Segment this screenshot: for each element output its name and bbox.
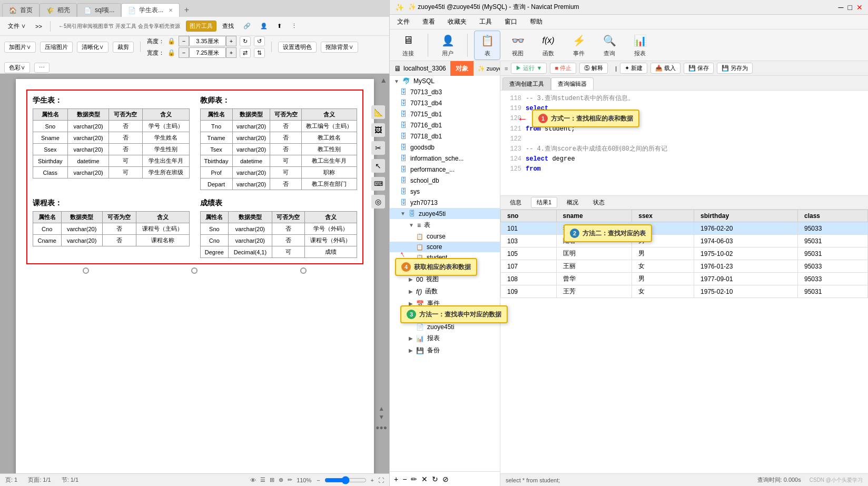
new-query-btn[interactable]: ✦ 新建 <box>620 63 647 74</box>
explain-btn[interactable]: ⑤ 解释 <box>579 63 608 74</box>
menu-help[interactable]: 帮助 <box>528 16 545 27</box>
tab-sql[interactable]: 📄 sql项... <box>77 3 121 17</box>
db-sys[interactable]: 🗄 sys <box>390 186 500 197</box>
height-minus-btn[interactable]: − <box>179 36 189 46</box>
stop-item-btn[interactable]: ⊘ <box>442 475 449 483</box>
db-70715_db1[interactable]: 🗄 70715_db1 <box>390 108 500 120</box>
table-icon[interactable]: ⊞ <box>270 477 274 483</box>
functions-group[interactable]: ▶ f() 函数 <box>390 285 500 297</box>
image-icon[interactable]: 🖼 <box>371 123 385 137</box>
more-icon-btn[interactable]: ⋮ <box>288 21 301 31</box>
query-tab-header[interactable]: ✨ zuoye45ti @zuoye45ti (My... <box>474 61 500 76</box>
set-transparent-btn[interactable]: 设置透明色 <box>278 42 317 53</box>
remove-bg-btn[interactable]: 抠除背景∨ <box>321 42 358 53</box>
minimize-btn[interactable]: ─ <box>839 3 844 12</box>
image-tool-btn[interactable]: 图片工具 <box>186 21 216 32</box>
tab-query-editor[interactable]: 查询编辑器 <box>551 77 594 90</box>
zoom-plus-btn[interactable]: + <box>371 477 374 483</box>
connection-item[interactable]: 🖥 localhost_3306 <box>390 61 450 76</box>
db-school_db[interactable]: 🗄 school_db <box>390 175 500 186</box>
db-goodsdb[interactable]: 🗄 goodsdb <box>390 142 500 153</box>
save-btn[interactable]: 💾 保存 <box>684 63 714 74</box>
result-tab-info[interactable]: 信息 <box>505 197 527 207</box>
db-performance[interactable]: 🗄 performance_... <box>390 164 500 175</box>
width-minus-btn[interactable]: − <box>179 47 189 58</box>
db-70716_db1[interactable]: 🗄 70716_db1 <box>390 120 500 131</box>
tool-user[interactable]: 👤 用户 <box>435 31 461 59</box>
menu-window[interactable]: 窗口 <box>502 16 519 27</box>
img-more-btn[interactable]: ⋯ <box>34 63 50 73</box>
upload-icon-btn[interactable]: ⬆ <box>273 21 285 31</box>
fullscreen-btn[interactable]: ⛶ <box>378 477 384 483</box>
edit-icon[interactable]: ✂ <box>371 141 385 155</box>
tab-student[interactable]: 📄 学生表... ✕ <box>121 3 180 17</box>
stop-btn[interactable]: ■ 停止 <box>550 63 576 74</box>
flip-v-btn[interactable]: ⇅ <box>254 48 265 58</box>
remove-item-btn[interactable]: − <box>402 475 407 483</box>
width-plus-btn[interactable]: + <box>226 47 236 58</box>
scroll-prev-btn[interactable]: ▲ <box>378 405 384 412</box>
tool-event[interactable]: ⚡ 事件 <box>566 31 592 59</box>
db-70713_db3[interactable]: 🗄 70713_db3 <box>390 86 500 97</box>
key-icon[interactable]: ⌨ <box>371 177 385 191</box>
color-btn[interactable]: 色彩∨ <box>4 62 30 73</box>
menu-view[interactable]: 查看 <box>420 16 437 27</box>
list-icon[interactable]: ☰ <box>260 477 265 483</box>
table-score[interactable]: 📋 score <box>390 242 500 252</box>
tables-group[interactable]: ▼ ≡ 表 <box>390 219 500 231</box>
height-plus-btn[interactable]: + <box>226 36 236 46</box>
height-input[interactable] <box>189 36 226 46</box>
tab-add-button[interactable]: + <box>180 3 193 17</box>
result-tab-overview[interactable]: 概况 <box>561 197 584 207</box>
zoom-slider[interactable] <box>324 476 367 484</box>
query-item-zuoye45ti[interactable]: 📄 zuoye45ti <box>390 322 500 332</box>
reports-group[interactable]: ▶ 📊 报表 <box>390 332 500 344</box>
menu-tools[interactable]: 工具 <box>477 16 494 27</box>
edit-item-btn[interactable]: ✏ <box>411 475 417 483</box>
tab-query-builder[interactable]: 查询创建工具 <box>502 77 551 90</box>
link-icon-btn[interactable]: 🔗 <box>240 21 254 31</box>
add-image-btn[interactable]: 加图片∨ <box>4 42 36 53</box>
db-zuoye45ti[interactable]: ▼ 🗄 zuoye45ti <box>390 208 500 219</box>
save-as-btn[interactable]: 💾 另存为 <box>717 63 753 74</box>
tool-report[interactable]: 📊 报表 <box>627 31 653 59</box>
refresh-item-btn[interactable]: ↻ <box>432 475 438 483</box>
search-btn[interactable]: 查找 <box>219 21 238 32</box>
eye-icon[interactable]: 👁 <box>250 477 256 483</box>
sharpen-btn[interactable]: 清晰化∨ <box>77 42 108 53</box>
scroll-up-btn[interactable]: ▲ <box>380 76 387 84</box>
tab-close-icon[interactable]: ✕ <box>169 7 173 13</box>
cursor-icon[interactable]: ↖ <box>371 159 385 173</box>
result-tab-status[interactable]: 状态 <box>588 197 610 207</box>
tool-query[interactable]: 🔍 查询 <box>596 31 623 59</box>
db-information[interactable]: 🗄 information_sche... <box>390 153 500 164</box>
tab-daoke[interactable]: 🌾 稻壳 <box>40 3 77 17</box>
shape-icon[interactable]: ◎ <box>371 195 385 209</box>
more-btn[interactable]: >> <box>32 22 46 31</box>
maximize-btn[interactable]: □ <box>848 3 852 12</box>
rotate-btn[interactable]: ↻ <box>240 36 251 46</box>
delete-item-btn[interactable]: ✕ <box>421 475 428 483</box>
scroll-next-btn[interactable]: ▼ <box>378 413 384 421</box>
result-tab-result1[interactable]: 结果1 <box>531 197 557 208</box>
db-70718_db1[interactable]: 🗄 70718_db1 <box>390 131 500 142</box>
backup-group[interactable]: ▶ 💾 备份 <box>390 344 500 356</box>
file-menu[interactable]: 文件 ∨ <box>4 21 29 32</box>
mysql-root-item[interactable]: ▼ 🐬 MySQL <box>390 76 500 86</box>
crop-btn[interactable]: 裁剪 <box>113 42 134 53</box>
zoom-minus-btn[interactable]: − <box>317 477 320 483</box>
more-options-btn[interactable]: ●●● <box>376 424 387 431</box>
menu-favorites[interactable]: 收藏夹 <box>446 16 469 27</box>
tab-home[interactable]: 🏠 首页 <box>2 3 40 17</box>
tool-view[interactable]: 👓 视图 <box>505 31 531 59</box>
pencil-icon[interactable]: ✏ <box>288 477 292 483</box>
user-icon-btn[interactable]: 👤 <box>257 21 271 31</box>
object-tab-btn[interactable]: 对象 <box>450 61 474 76</box>
grid-icon[interactable]: ⊕ <box>279 477 283 483</box>
menu-file[interactable]: 文件 <box>395 16 412 27</box>
db-yzh70713[interactable]: 🗄 yzh70713 <box>390 197 500 208</box>
db-70713_db4[interactable]: 🗄 70713_db4 <box>390 97 500 108</box>
tool-table[interactable]: 📋 表 <box>474 31 500 60</box>
compress-image-btn[interactable]: 压缩图片 <box>40 42 73 53</box>
format-icon[interactable]: 📐 <box>371 105 385 119</box>
